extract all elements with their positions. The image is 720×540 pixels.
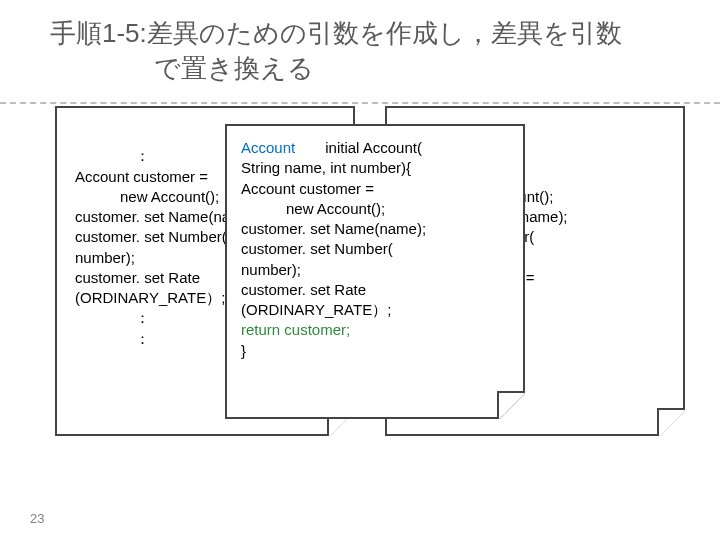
title-area: 手順1-5:差異のための引数を作成し，差異を引数 で置き換える [0,0,720,96]
front-code-tail: } [241,342,246,359]
content-area: ： Account customer = new Account(); cust… [0,104,720,524]
page-number: 23 [30,511,44,526]
front-code-head: initial Account( String name, int number… [241,139,426,318]
code-note-front: Account initial Account( String name, in… [225,124,525,419]
front-code-type: Account [241,139,295,156]
slide-title: 手順1-5:差異のための引数を作成し，差異を引数 で置き換える [50,16,670,86]
front-code-return: return customer; [241,321,350,338]
